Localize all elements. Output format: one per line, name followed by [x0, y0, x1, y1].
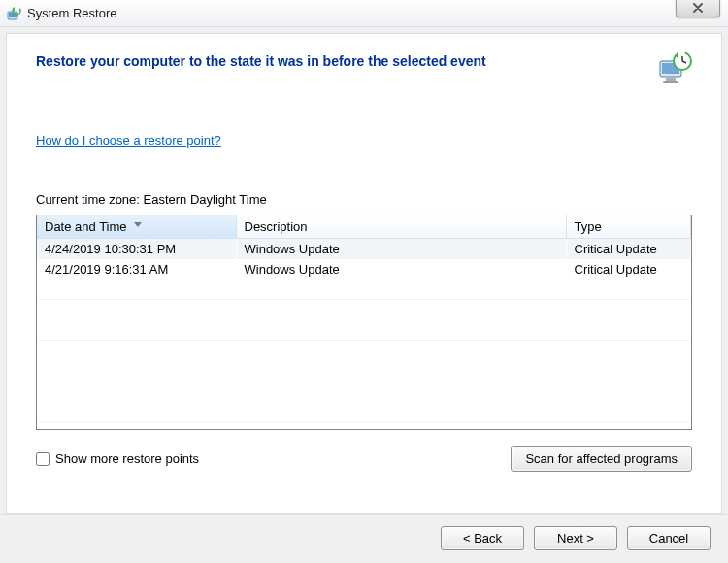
cell-date: 4/24/2019 10:30:31 PM	[37, 239, 236, 259]
content-panel: Restore your computer to the state it wa…	[6, 33, 722, 514]
show-more-checkbox-wrap[interactable]: Show more restore points	[36, 451, 199, 466]
close-icon	[692, 3, 704, 13]
column-header-description[interactable]: Description	[236, 215, 566, 239]
options-row: Show more restore points Scan for affect…	[36, 446, 692, 472]
svg-rect-6	[663, 81, 678, 83]
close-button[interactable]	[676, 0, 720, 17]
app-icon	[6, 6, 21, 21]
titlebar: System Restore	[0, 0, 728, 27]
show-more-label[interactable]: Show more restore points	[55, 451, 199, 466]
table-row[interactable]: 4/24/2019 10:30:31 PM Windows Update Cri…	[37, 239, 691, 259]
column-header-type[interactable]: Type	[566, 215, 691, 239]
next-button[interactable]: Next >	[534, 526, 617, 550]
back-button[interactable]: < Back	[441, 526, 524, 550]
cell-date: 4/21/2019 9:16:31 AM	[37, 259, 236, 280]
svg-rect-5	[666, 78, 676, 81]
cell-description: Windows Update	[236, 259, 566, 280]
show-more-checkbox[interactable]	[36, 452, 50, 466]
scan-button[interactable]: Scan for affected programs	[511, 446, 692, 472]
cancel-button[interactable]: Cancel	[627, 526, 711, 550]
restore-points-table[interactable]: Date and Time Description Type 4/24/2019…	[36, 215, 692, 430]
column-header-date[interactable]: Date and Time	[37, 215, 236, 239]
restore-icon	[657, 51, 692, 84]
footer-bar: < Back Next > Cancel	[0, 514, 728, 561]
window-title: System Restore	[27, 6, 116, 20]
cell-type: Critical Update	[566, 239, 691, 259]
timezone-label: Current time zone: Eastern Daylight Time	[36, 192, 692, 207]
help-link[interactable]: How do I choose a restore point?	[36, 133, 221, 148]
header-row: Restore your computer to the state it wa…	[36, 51, 692, 84]
cell-type: Critical Update	[566, 259, 691, 280]
page-heading: Restore your computer to the state it wa…	[36, 53, 486, 69]
cell-description: Windows Update	[236, 239, 566, 259]
table-row[interactable]: 4/21/2019 9:16:31 AM Windows Update Crit…	[37, 259, 691, 280]
